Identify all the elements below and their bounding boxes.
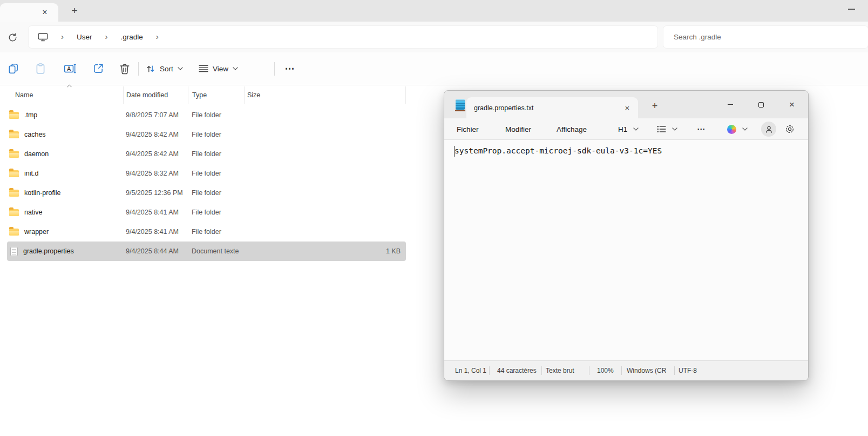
notepad-text-area[interactable]: systemProp.accept-microej-sdk-eula-v3-1c… [444, 140, 808, 360]
breadcrumb-chevron-icon: › [156, 32, 159, 41]
notepad-menu-bar: Fichier Modifier Affichage H1 ⋯ [444, 118, 808, 140]
breadcrumb-item-gradle[interactable]: .gradle [121, 33, 143, 41]
more-options-button[interactable]: ⋯ [280, 59, 300, 78]
status-separator [541, 366, 542, 375]
breadcrumb-item-user[interactable]: User [77, 33, 92, 41]
new-tab-button[interactable]: + [67, 3, 82, 18]
file-date: 9/5/2025 12:36 PM [123, 189, 188, 197]
file-row-kotlin-profile[interactable]: kotlin-profile 9/5/2025 12:36 PM File fo… [7, 183, 406, 203]
refresh-button[interactable] [3, 28, 22, 46]
menu-edit[interactable]: Modifier [505, 118, 531, 140]
explorer-navigation-row: › User › .gradle › [0, 22, 868, 52]
file-date: 9/4/2025 8:32 AM [123, 170, 188, 177]
file-list: .tmp 9/8/2025 7:07 AM File folder caches… [7, 105, 406, 261]
file-name: daemon [24, 150, 49, 158]
share-icon [92, 63, 104, 75]
file-date: 9/4/2025 8:44 AM [123, 247, 188, 255]
status-char-count: 44 caractères [497, 361, 537, 380]
explorer-minimize-button[interactable] [842, 1, 860, 17]
notepad-active-tab[interactable]: gradle.properties.txt × [466, 97, 638, 118]
column-header-date-modified[interactable]: Date modified [123, 86, 188, 104]
person-icon [765, 125, 773, 133]
this-pc-icon[interactable] [38, 32, 48, 42]
search-input[interactable] [663, 33, 868, 41]
folder-icon [9, 151, 19, 158]
minimize-icon [848, 9, 855, 10]
menu-file[interactable]: Fichier [457, 118, 479, 140]
notepad-maximize-button[interactable] [749, 91, 774, 118]
notepad-close-button[interactable]: × [779, 91, 804, 118]
file-size: 1 KB [244, 247, 406, 255]
sort-button[interactable]: Sort [143, 59, 186, 78]
column-headers: Name Date modified Type Size [7, 86, 406, 104]
settings-button[interactable] [785, 118, 795, 140]
rename-button[interactable]: A [60, 59, 80, 78]
explorer-tab-bar: × + [0, 0, 868, 22]
refresh-icon [8, 33, 17, 42]
menu-view[interactable]: Affichage [557, 118, 587, 140]
column-header-size[interactable]: Size [244, 86, 406, 104]
sort-label: Sort [160, 65, 173, 73]
view-label: View [213, 65, 228, 73]
folder-icon [9, 112, 19, 119]
desktop-screen: × + › User › .gradle › [0, 0, 868, 436]
list-format-dropdown[interactable] [657, 118, 677, 140]
copy-button[interactable] [3, 59, 24, 78]
column-header-type[interactable]: Type [188, 86, 244, 104]
status-encoding: UTF-8 [679, 361, 697, 380]
file-type: File folder [188, 150, 244, 158]
notepad-content-line[interactable]: systemProp.accept-microej-sdk-eula-v3-1c… [455, 146, 662, 155]
sort-ascending-icon [67, 84, 72, 88]
copilot-icon [727, 125, 736, 134]
file-type: File folder [188, 228, 244, 236]
file-row-caches[interactable]: caches 9/4/2025 8:42 AM File folder [7, 125, 406, 144]
folder-icon [9, 131, 19, 138]
file-row-native[interactable]: native 9/4/2025 8:41 AM File folder [7, 203, 406, 222]
file-row-tmp[interactable]: .tmp 9/8/2025 7:07 AM File folder [7, 105, 406, 125]
column-header-name[interactable]: Name [7, 86, 123, 104]
file-type: File folder [188, 170, 244, 177]
tab-close-icon[interactable]: × [621, 102, 634, 115]
notepad-more-button[interactable]: ⋯ [697, 118, 705, 140]
toolbar-separator [274, 62, 275, 76]
folder-icon [9, 170, 19, 177]
chevron-down-icon [742, 128, 748, 131]
heading-style-dropdown[interactable]: H1 [618, 118, 639, 140]
file-row-wrapper[interactable]: wrapper 9/4/2025 8:41 AM File folder [7, 222, 406, 242]
view-button[interactable]: View [195, 59, 241, 78]
chevron-down-icon [233, 67, 238, 70]
delete-button[interactable] [114, 59, 135, 78]
file-type: File folder [188, 131, 244, 138]
status-separator [621, 366, 622, 375]
paste-button[interactable] [30, 59, 51, 78]
notepad-minimize-button[interactable] [718, 91, 743, 118]
copy-icon [8, 63, 19, 75]
file-row-daemon[interactable]: daemon 9/4/2025 8:42 AM File folder [7, 144, 406, 164]
status-zoom-level[interactable]: 100% [597, 361, 614, 380]
copilot-button[interactable] [727, 118, 748, 140]
file-name: wrapper [24, 228, 49, 236]
status-cursor-position: Ln 1, Col 1 [455, 361, 486, 380]
notepad-status-bar: Ln 1, Col 1 44 caractères Texte brut 100… [444, 360, 808, 380]
paste-icon [35, 63, 46, 75]
explorer-active-tab[interactable]: × [0, 3, 58, 22]
notepad-new-tab-button[interactable]: + [647, 98, 662, 113]
account-button[interactable] [761, 118, 776, 140]
status-separator [589, 366, 589, 375]
file-type: File folder [188, 209, 244, 216]
file-name: native [24, 209, 42, 216]
status-separator [674, 366, 675, 375]
file-row-initd[interactable]: init.d 9/4/2025 8:32 AM File folder [7, 164, 406, 183]
file-name: caches [24, 131, 46, 138]
file-type: Document texte [188, 247, 244, 255]
address-bar[interactable]: › User › .gradle › [29, 26, 657, 48]
file-row-gradle-properties[interactable]: gradle.properties 9/4/2025 8:44 AM Docum… [7, 242, 406, 261]
notepad-title-bar[interactable]: gradle.properties.txt × + × [444, 91, 808, 118]
chevron-down-icon [633, 128, 639, 131]
view-lines-icon [199, 65, 208, 72]
notepad-window: gradle.properties.txt × + × Fichier Modi… [444, 90, 809, 381]
file-type: File folder [188, 111, 244, 119]
search-box[interactable] [663, 26, 868, 48]
tab-close-icon[interactable]: × [38, 5, 52, 19]
share-button[interactable] [88, 59, 109, 78]
